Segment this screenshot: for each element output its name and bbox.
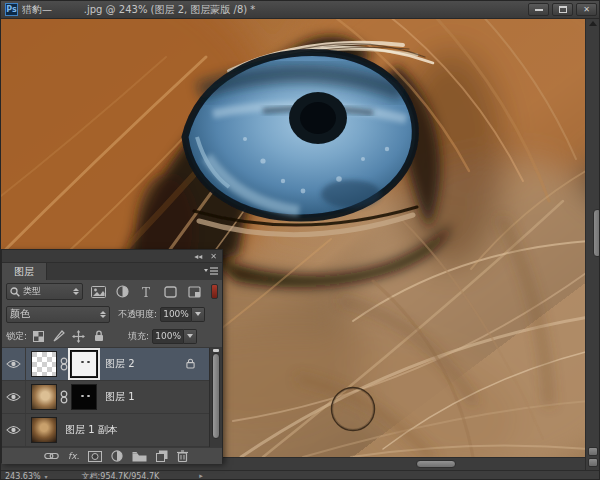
lock-position-icon[interactable] <box>71 329 86 343</box>
document-title: 猎豹— .jpg @ 243% (图层 2, 图层蒙版 /8) * <box>22 3 528 17</box>
layer-row-1-copy[interactable]: 图层 1 副本 <box>2 414 211 447</box>
dropdown-spinner-icon <box>73 288 79 295</box>
svg-text:T: T <box>142 286 150 298</box>
eye-icon <box>6 359 21 369</box>
new-layer-icon[interactable] <box>156 449 168 463</box>
layer-row-2[interactable]: 图层 2 <box>2 348 211 381</box>
delete-layer-icon[interactable] <box>177 449 188 463</box>
blend-mode-row: 颜色 不透明度: 100% <box>2 303 222 325</box>
title-bar[interactable]: Ps 猎豹— .jpg @ 243% (图层 2, 图层蒙版 /8) * ✕ <box>1 1 600 19</box>
document-size-info: 文档:954.7K/954.7K <box>82 471 160 480</box>
blend-mode-value: 颜色 <box>10 307 30 321</box>
maximize-button[interactable] <box>552 3 573 16</box>
layer-filter-toggle[interactable] <box>211 284 218 299</box>
scrollbar-corner[interactable] <box>585 445 599 470</box>
filter-kind-dropdown[interactable]: 类型 <box>6 283 83 300</box>
photoshop-app-icon: Ps <box>5 3 18 16</box>
resize-grip[interactable] <box>588 458 598 467</box>
panel-tab-bar: 图层 <box>2 263 222 280</box>
mask-link-icon[interactable] <box>58 390 70 404</box>
filter-adjustment-layers-icon[interactable] <box>114 284 131 299</box>
eye-icon <box>6 392 21 402</box>
fill-value[interactable]: 100% <box>152 329 184 344</box>
zoom-level-field[interactable]: 243.63% <box>5 472 41 480</box>
vertical-scroll-thumb[interactable] <box>593 209 600 257</box>
fill-dropdown-icon[interactable] <box>184 329 197 344</box>
visibility-toggle[interactable] <box>2 381 26 413</box>
lock-pixels-icon[interactable] <box>51 329 66 343</box>
minimize-icon <box>535 9 543 11</box>
close-icon: ✕ <box>583 5 590 14</box>
visibility-toggle[interactable] <box>2 348 26 380</box>
opacity-label: 不透明度: <box>118 308 157 321</box>
close-button[interactable]: ✕ <box>576 3 597 16</box>
layers-panel: ◂◂ ✕ 图层 类型 <box>1 249 223 463</box>
layer-list-scrollbar[interactable] <box>209 348 222 447</box>
lock-transparency-icon[interactable] <box>31 329 46 343</box>
search-icon <box>10 287 20 297</box>
close-panel-icon[interactable]: ✕ <box>210 252 217 261</box>
add-layer-mask-icon[interactable] <box>88 449 102 463</box>
layer-lock-icon <box>186 358 195 369</box>
new-adjustment-layer-icon[interactable] <box>111 449 123 463</box>
panel-title-strip: ◂◂ ✕ <box>2 250 222 263</box>
layer-thumbnail[interactable] <box>31 351 57 377</box>
new-group-icon[interactable] <box>132 449 147 463</box>
lock-label: 锁定: <box>6 330 27 343</box>
minimize-button[interactable] <box>528 3 549 16</box>
layer-mask-thumbnail[interactable] <box>71 384 97 410</box>
dropdown-spinner-icon <box>100 311 106 318</box>
status-bar: 243.63% ▾ 文档:954.7K/954.7K ▸ <box>1 470 600 480</box>
blend-mode-dropdown[interactable]: 颜色 <box>6 306 110 323</box>
opacity-dropdown-icon[interactable] <box>192 307 205 322</box>
visibility-toggle[interactable] <box>2 414 26 446</box>
layer-name[interactable]: 图层 2 <box>105 357 135 371</box>
filter-smart-objects-icon[interactable] <box>186 284 203 299</box>
filter-pixel-layers-icon[interactable] <box>90 284 107 299</box>
layer-list: 图层 2 图层 1 <box>2 347 222 447</box>
layer-list-scroll-thumb[interactable] <box>212 353 220 439</box>
maximize-icon <box>559 6 567 13</box>
panel-menu-icon[interactable] <box>204 266 218 277</box>
zoom-dropdown-icon[interactable]: ▾ <box>45 473 48 480</box>
layer-row-1[interactable]: 图层 1 <box>2 381 211 414</box>
layer-name[interactable]: 图层 1 <box>105 390 135 404</box>
layers-panel-footer: fx. <box>2 447 222 464</box>
fill-label: 填充: <box>128 330 149 343</box>
leopard-eye <box>185 53 415 218</box>
vertical-scrollbar[interactable] <box>585 19 599 457</box>
scroll-down-button[interactable] <box>588 447 598 456</box>
scroll-up-icon <box>213 349 219 352</box>
layer-style-icon[interactable]: fx. <box>68 449 79 463</box>
status-flyout-icon[interactable]: ▸ <box>199 472 203 480</box>
link-layers-icon[interactable] <box>44 449 59 463</box>
tab-layers[interactable]: 图层 <box>2 263 47 280</box>
layer-thumbnail[interactable] <box>31 417 57 443</box>
filter-shape-layers-icon[interactable] <box>162 284 179 299</box>
lock-all-icon[interactable] <box>91 329 106 343</box>
scroll-up-icon <box>589 21 597 26</box>
lock-row: 锁定: 填充: 100% <box>2 325 222 347</box>
layer-thumbnail[interactable] <box>31 384 57 410</box>
horizontal-scroll-thumb[interactable] <box>416 460 456 468</box>
filter-type-layers-icon[interactable]: T <box>138 284 155 299</box>
opacity-value[interactable]: 100% <box>160 307 192 322</box>
layer-mask-thumbnail[interactable] <box>71 351 97 377</box>
eye-icon <box>6 425 21 435</box>
layer-filter-row: 类型 T <box>2 280 222 303</box>
layer-name[interactable]: 图层 1 副本 <box>65 423 118 437</box>
photoshop-window: Ps 猎豹— .jpg @ 243% (图层 2, 图层蒙版 /8) * ✕ <box>0 0 600 480</box>
mask-link-icon[interactable] <box>58 357 70 371</box>
collapse-panel-icon[interactable]: ◂◂ <box>194 252 202 261</box>
filter-kind-label: 类型 <box>23 285 71 298</box>
